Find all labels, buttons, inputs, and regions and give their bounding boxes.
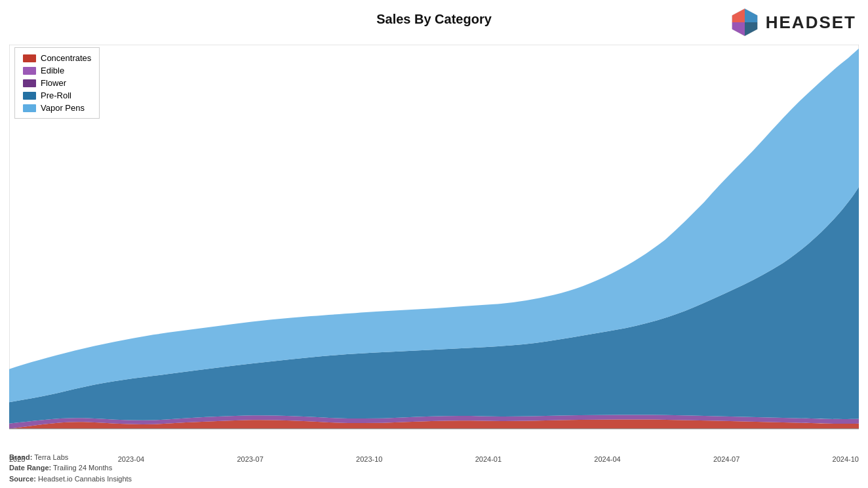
legend-swatch-vapor xyxy=(23,104,36,112)
legend-item-edible: Edible xyxy=(23,66,91,75)
x-label-3: 2023-10 xyxy=(356,455,382,463)
x-label-4: 2024-01 xyxy=(475,455,502,463)
legend-label-concentrates: Concentrates xyxy=(41,53,91,63)
legend-swatch-preroll xyxy=(23,92,36,100)
svg-marker-1 xyxy=(732,9,745,22)
legend-swatch-edible xyxy=(23,67,36,75)
x-label-6: 2024-07 xyxy=(713,455,740,463)
legend-item-vapor: Vapor Pens xyxy=(23,103,91,113)
footer-source: Source: Headset.io Cannabis Insights xyxy=(9,474,132,485)
x-label-5: 2024-04 xyxy=(594,455,620,463)
chart-container: HEADSET Sales By Category Concentrates E… xyxy=(0,0,868,488)
x-label-7: 2024-10 xyxy=(833,455,859,463)
legend-label-flower: Flower xyxy=(41,78,66,88)
chart-svg xyxy=(9,45,859,449)
x-axis-labels: 2023 2023-04 2023-07 2023-10 2024-01 202… xyxy=(9,455,859,463)
legend-label-edible: Edible xyxy=(41,66,64,75)
legend-swatch-concentrates xyxy=(23,54,36,62)
logo-text: HEADSET xyxy=(766,12,856,33)
chart-area xyxy=(9,45,859,449)
svg-marker-3 xyxy=(732,22,745,36)
brand-value: Terra Labs xyxy=(34,453,68,461)
brand-label: Brand: xyxy=(9,453,32,461)
date-range-value: Trailing 24 Months xyxy=(53,464,112,472)
legend-item-flower: Flower xyxy=(23,78,91,88)
date-range-label: Date Range: xyxy=(9,464,51,472)
legend-item-concentrates: Concentrates xyxy=(23,53,91,63)
svg-marker-2 xyxy=(745,9,757,22)
headset-logo-icon xyxy=(729,7,760,38)
footer-date-range: Date Range: Trailing 24 Months xyxy=(9,462,132,474)
legend: Concentrates Edible Flower Pre-Roll Vapo… xyxy=(14,47,100,119)
footer-brand: Brand: Terra Labs xyxy=(9,452,132,463)
legend-item-preroll: Pre-Roll xyxy=(23,91,91,100)
footer-info: Brand: Terra Labs Date Range: Trailing 2… xyxy=(9,452,132,485)
source-label: Source: xyxy=(9,475,36,483)
x-label-2: 2023-07 xyxy=(237,455,263,463)
svg-marker-4 xyxy=(745,22,757,36)
legend-label-preroll: Pre-Roll xyxy=(41,91,71,100)
logo: HEADSET xyxy=(729,7,856,38)
legend-label-vapor: Vapor Pens xyxy=(41,103,85,113)
source-value: Headset.io Cannabis Insights xyxy=(38,475,132,483)
legend-swatch-flower xyxy=(23,79,36,87)
